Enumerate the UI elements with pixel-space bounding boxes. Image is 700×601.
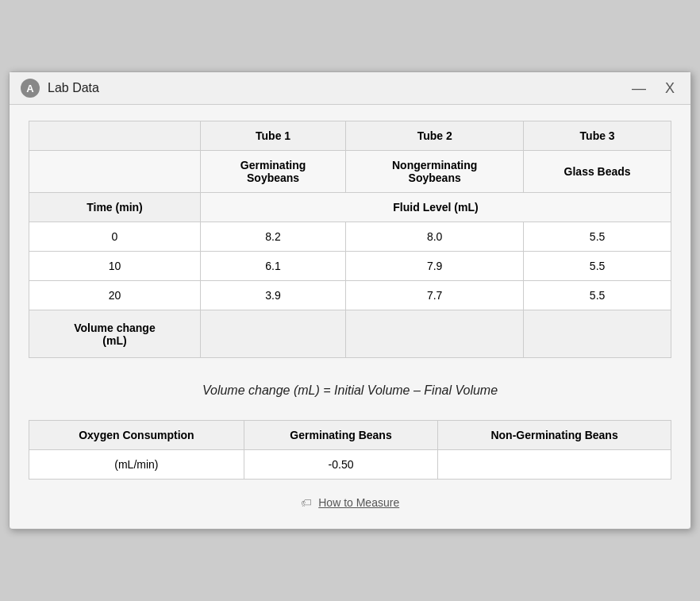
oxygen-germinating-value: -0.50 <box>244 450 437 480</box>
how-to-measure-link[interactable]: How to Measure <box>318 496 399 509</box>
app-icon: A <box>21 79 40 98</box>
tube3-header: Tube 3 <box>524 121 671 151</box>
tag-icon: 🏷 <box>301 496 312 509</box>
formula-text: Volume change (mL) = Initial Volume – Fi… <box>202 383 498 397</box>
oxygen-data-row: (mL/min) -0.50 <box>29 450 671 480</box>
fluid-level-header: Fluid Level (mL) <box>200 193 671 222</box>
table-row-0: 0 8.2 8.0 5.5 <box>29 222 671 252</box>
titlebar-left: A Lab Data <box>21 79 99 98</box>
volume-tube2 <box>346 310 524 358</box>
tube1-0: 8.2 <box>200 222 345 252</box>
table-row-2: 20 3.9 7.7 5.5 <box>29 281 671 310</box>
lab-data-table: Tube 1 Tube 2 Tube 3 GerminatingSoybeans… <box>29 121 671 358</box>
close-button[interactable]: X <box>660 79 679 97</box>
tube1-1: 6.1 <box>200 252 345 281</box>
table-row-1: 10 6.1 7.9 5.5 <box>29 252 671 281</box>
tube3-1: 5.5 <box>524 252 671 281</box>
oxygen-consumption-table: Oxygen Consumption Germinating Beans Non… <box>29 420 671 480</box>
window-title: Lab Data <box>48 81 99 95</box>
formula-display: Volume change (mL) = Initial Volume – Fi… <box>29 377 671 404</box>
tube1-2: 3.9 <box>200 281 345 310</box>
tube3-sub-header: Glass Beads <box>524 151 671 193</box>
volume-change-row: Volume change(mL) <box>29 310 671 358</box>
tube2-header: Tube 2 <box>346 121 524 151</box>
link-row: 🏷 How to Measure <box>29 495 671 510</box>
oxygen-nongerminating-value <box>438 450 671 480</box>
tube2-2: 7.7 <box>346 281 524 310</box>
lab-data-window: A Lab Data — X Tube 1 Tube 2 Tube 3 Germ… <box>9 71 691 530</box>
empty-sub-header <box>29 151 201 193</box>
titlebar: A Lab Data — X <box>10 72 690 105</box>
tube3-2: 5.5 <box>524 281 671 310</box>
tube2-0: 8.0 <box>346 222 524 252</box>
oxygen-col1-subheader: (mL/min) <box>29 450 244 480</box>
oxygen-col2-header: Germinating Beans <box>244 421 437 450</box>
content-area: Tube 1 Tube 2 Tube 3 GerminatingSoybeans… <box>10 105 690 529</box>
volume-tube3 <box>524 310 671 358</box>
tube2-1: 7.9 <box>346 252 524 281</box>
empty-header-cell <box>29 121 201 151</box>
minimize-button[interactable]: — <box>627 79 651 97</box>
titlebar-controls: — X <box>627 79 679 97</box>
time-label: Time (min) <box>29 193 201 222</box>
volume-tube1 <box>200 310 345 358</box>
time-0: 0 <box>29 222 201 252</box>
volume-change-label: Volume change(mL) <box>29 310 201 358</box>
oxygen-col1-header: Oxygen Consumption <box>29 421 244 450</box>
oxygen-col3-header: Non-Germinating Beans <box>438 421 671 450</box>
tube2-sub-header: NongerminatingSoybeans <box>346 151 524 193</box>
tube3-0: 5.5 <box>524 222 671 252</box>
time-2: 20 <box>29 281 201 310</box>
tube1-sub-header: GerminatingSoybeans <box>200 151 345 193</box>
time-1: 10 <box>29 252 201 281</box>
tube1-header: Tube 1 <box>200 121 345 151</box>
